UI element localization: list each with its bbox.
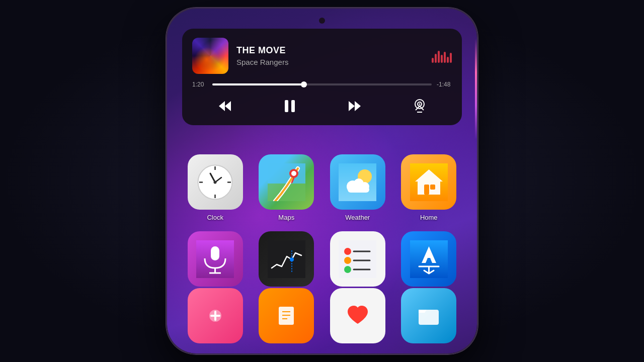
- app-item-files[interactable]: [396, 288, 462, 343]
- maps-label: Maps: [278, 214, 294, 221]
- weather-icon: [330, 154, 385, 210]
- reminders-icon: [330, 231, 385, 287]
- np-info: THE MOVE Space Rangers: [236, 45, 424, 66]
- airplay-button[interactable]: [409, 95, 431, 117]
- clock-icon: [188, 154, 243, 210]
- stocks-icon: [259, 231, 314, 287]
- svg-marker-5: [355, 101, 361, 111]
- audio-wave-icon: [432, 49, 452, 63]
- rewind-button[interactable]: [214, 95, 236, 117]
- svg-point-20: [291, 171, 296, 176]
- time-remaining: -1:48: [437, 81, 452, 88]
- app-grid: Clock: [177, 154, 467, 298]
- phone-device: THE MOVE Space Rangers 1:20: [166, 8, 478, 354]
- progress-fill: [212, 83, 304, 85]
- svg-point-39: [344, 248, 351, 255]
- svg-point-8: [419, 104, 420, 105]
- gamecenter-icon: [188, 288, 243, 343]
- app-item-home[interactable]: Home: [396, 154, 462, 221]
- dynamic-island: [319, 18, 325, 24]
- app-item-maps[interactable]: Maps: [254, 154, 320, 221]
- time-elapsed: 1:20: [192, 81, 207, 88]
- svg-point-17: [214, 180, 217, 184]
- svg-rect-35: [268, 240, 305, 278]
- home-icon: [401, 154, 456, 210]
- svg-rect-38: [339, 240, 376, 278]
- maps-icon: [259, 154, 314, 210]
- pause-button[interactable]: [279, 95, 301, 117]
- svg-marker-0: [219, 101, 225, 111]
- svg-marker-1: [225, 101, 231, 111]
- progress-track[interactable]: [212, 83, 432, 85]
- playback-controls: [192, 95, 452, 117]
- np-top-row: THE MOVE Space Rangers: [192, 38, 452, 74]
- scene: THE MOVE Space Rangers 1:20: [0, 0, 644, 362]
- phone-screen: THE MOVE Space Rangers 1:20: [167, 9, 477, 353]
- now-playing-widget[interactable]: THE MOVE Space Rangers 1:20: [182, 29, 462, 125]
- health-icon: [330, 288, 385, 343]
- progress-thumb: [301, 81, 307, 87]
- home-label: Home: [420, 214, 438, 221]
- track-title: THE MOVE: [236, 45, 424, 56]
- svg-point-37: [290, 257, 294, 261]
- svg-rect-29: [424, 185, 429, 195]
- weather-label: Weather: [345, 214, 370, 221]
- books-icon: [259, 288, 314, 343]
- podcasts-icon: [188, 231, 243, 287]
- files-icon: [401, 288, 456, 343]
- app-item-clock[interactable]: Clock: [182, 154, 249, 221]
- app-item-gamecenter[interactable]: [182, 288, 249, 343]
- svg-rect-3: [291, 100, 295, 112]
- app-item-books[interactable]: [254, 288, 320, 343]
- svg-marker-4: [349, 101, 355, 111]
- svg-rect-30: [430, 185, 435, 190]
- appstore-icon: [401, 231, 456, 287]
- svg-point-43: [344, 266, 351, 273]
- svg-rect-32: [211, 246, 219, 260]
- svg-rect-26: [348, 187, 369, 193]
- svg-rect-2: [285, 100, 288, 112]
- svg-point-41: [344, 257, 351, 264]
- app-item-weather[interactable]: Weather: [325, 154, 391, 221]
- forward-button[interactable]: [344, 95, 366, 117]
- clock-label: Clock: [207, 214, 223, 221]
- track-artist: Space Rangers: [236, 58, 424, 66]
- app-item-health[interactable]: [325, 288, 391, 343]
- progress-bar-row[interactable]: 1:20 -1:48: [192, 81, 452, 88]
- app-row-bottom: [177, 288, 467, 343]
- album-art: [192, 38, 228, 74]
